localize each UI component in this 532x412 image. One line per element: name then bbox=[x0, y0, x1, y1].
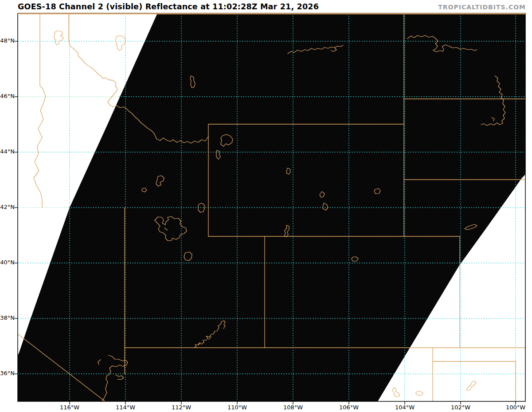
satellite-image-page: GOES-18 Channel 2 (visible) Reflectance … bbox=[0, 0, 532, 412]
x-axis-tick-label: 104°W bbox=[395, 404, 415, 411]
x-axis-tick-label: 106°W bbox=[339, 404, 359, 411]
y-axis-tick-label: 44°N bbox=[0, 148, 15, 155]
y-axis-tick-label: 38°N bbox=[0, 314, 15, 321]
x-axis-tick-label: 110°W bbox=[227, 404, 247, 411]
y-axis-tick-label: 36°N bbox=[0, 370, 15, 377]
y-axis-tick-label: 42°N bbox=[0, 204, 15, 210]
satellite-map-canvas bbox=[0, 0, 532, 412]
x-axis-tick-label: 100°W bbox=[506, 404, 525, 411]
y-axis-tick-label: 46°N bbox=[0, 93, 15, 99]
x-axis-tick-label: 108°W bbox=[283, 404, 303, 411]
x-axis-tick-label: 102°W bbox=[451, 404, 470, 411]
x-axis-tick-label: 116°W bbox=[60, 404, 79, 411]
x-axis-tick-label: 112°W bbox=[172, 404, 191, 411]
x-axis-tick-label: 114°W bbox=[116, 404, 135, 411]
y-axis-tick-label: 48°N bbox=[0, 37, 15, 44]
y-axis-tick-label: 40°N bbox=[0, 259, 15, 266]
